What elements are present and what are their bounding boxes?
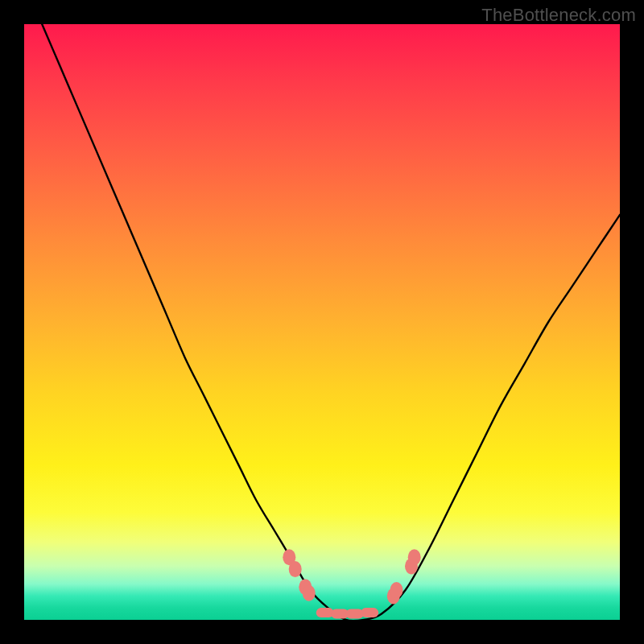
marker-layer xyxy=(283,549,420,618)
bottleneck-curve xyxy=(42,24,620,621)
plot-area xyxy=(24,24,620,620)
marker xyxy=(390,582,403,598)
chart-svg xyxy=(24,24,620,620)
marker xyxy=(408,549,421,565)
marker xyxy=(303,585,316,601)
marker xyxy=(361,608,378,617)
source-watermark: TheBottleneck.com xyxy=(481,5,636,26)
marker xyxy=(289,561,302,577)
chart-frame: TheBottleneck.com xyxy=(0,0,644,644)
